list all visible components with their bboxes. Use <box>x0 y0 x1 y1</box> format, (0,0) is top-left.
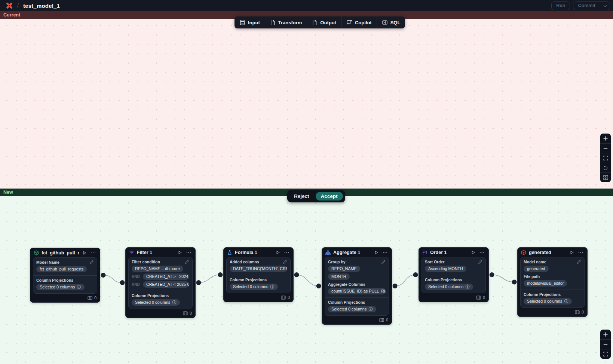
node-title: Aggregate 1 <box>333 250 371 255</box>
info-icon[interactable] <box>77 285 81 289</box>
database-icon <box>239 19 245 25</box>
panel-divider <box>129 291 192 291</box>
play-icon <box>374 250 378 255</box>
toolbar-item-copilot[interactable]: Copilot <box>341 16 377 28</box>
node-footer: 0 <box>126 309 195 318</box>
node-run-button[interactable] <box>569 250 575 255</box>
current-zoom-out-button[interactable] <box>600 143 611 153</box>
edit-button[interactable] <box>283 260 287 264</box>
node-menu-button[interactable] <box>90 252 96 254</box>
row-count: 0 <box>288 295 290 300</box>
node-title: fct_github_pull_requests <box>42 250 79 256</box>
toolbar-item-input[interactable]: Input <box>235 16 265 28</box>
node-order-1[interactable]: Order 1Sort OrderAscending MONTHColumn P… <box>419 247 489 302</box>
accept-button[interactable]: Accept <box>316 192 343 201</box>
node-config-panel: Model namegeneratedFile pathmodels/visua… <box>520 257 585 308</box>
run-button[interactable]: Run <box>551 1 570 10</box>
node-title: Filter 1 <box>137 250 174 255</box>
value-pill: REPO_NAME <box>328 266 360 272</box>
node-menu-button[interactable] <box>382 251 388 254</box>
value-pill: generated <box>524 266 549 272</box>
columns-icon <box>281 296 286 300</box>
toolbar-item-sql[interactable]: SQL <box>377 16 405 28</box>
node-run-button[interactable] <box>177 250 183 255</box>
node-menu-button[interactable] <box>283 251 290 254</box>
reject-button[interactable]: Reject <box>289 192 314 201</box>
columns-icon <box>183 311 188 315</box>
node-config-panel: Added columnsDATE_TRUNC('MONTH', CREATED… <box>226 257 291 293</box>
current-grid-button[interactable] <box>600 172 611 182</box>
info-icon[interactable] <box>172 300 177 305</box>
node-menu-button[interactable] <box>577 251 584 254</box>
fit-view-icon <box>603 352 608 357</box>
edit-button[interactable] <box>478 260 482 264</box>
edit-button[interactable] <box>381 260 386 264</box>
field-label-row: Model Name <box>36 260 94 264</box>
dbt-logo-icon[interactable] <box>5 1 13 10</box>
node-run-button[interactable] <box>373 250 379 255</box>
toolbar-item-label: Output <box>320 20 336 25</box>
ellipsis-icon <box>284 252 289 253</box>
node-title: generated <box>529 250 566 255</box>
cube-icon <box>521 250 526 255</box>
edit-button[interactable] <box>577 260 581 264</box>
node-filter-1[interactable]: Filter 1Filter conditionREPO_NAME = dbt-… <box>125 247 196 318</box>
row-count: 0 <box>94 296 96 300</box>
field-label-row: File path <box>524 274 581 279</box>
node-aggregate-1[interactable]: Aggregate 1Group byREPO_NAMEMONTHAggrega… <box>322 247 392 325</box>
column-projections-pill: Selected 0 columns <box>524 298 572 305</box>
toolbar-item-transform[interactable]: Transform <box>265 16 307 28</box>
commit-button[interactable]: Commit <box>573 2 600 10</box>
edit-button[interactable] <box>89 260 94 264</box>
value-pill: REPO_NAME = dbt-core <box>132 266 183 272</box>
chat-plus-icon <box>346 19 352 25</box>
node-title: Formula 1 <box>235 250 272 255</box>
ellipsis-icon <box>383 252 387 253</box>
column-projections-pill: Selected 0 columns <box>425 284 473 290</box>
toolbar-item-label: Copilot <box>355 20 372 25</box>
field-label: Filter condition <box>132 260 160 264</box>
ellipsis-icon <box>91 252 96 254</box>
play-icon <box>570 250 574 255</box>
edit-button[interactable] <box>185 260 189 264</box>
toolbar-item-output[interactable]: Output <box>307 16 341 28</box>
node-fct_github_pull_requests[interactable]: fct_github_pull_requestsModel Namefct_gi… <box>30 248 100 303</box>
commit-button-group: Commit <box>573 1 610 10</box>
info-icon[interactable] <box>564 299 568 303</box>
panel-divider <box>521 290 584 290</box>
node-run-button[interactable] <box>470 250 476 255</box>
new-zoom-out-button[interactable] <box>600 339 611 349</box>
node-run-button[interactable] <box>82 250 88 256</box>
value-pill: fct_github_pull_requests <box>36 266 87 272</box>
field-row: Selected 0 columns <box>230 284 287 290</box>
node-formula-1[interactable]: Formula 1Added columnsDATE_TRUNC('MONTH'… <box>223 247 294 302</box>
node-generated[interactable]: generatedModel namegeneratedFile pathmod… <box>517 247 588 317</box>
filter-icon <box>129 250 134 255</box>
current-fit-view-button[interactable] <box>600 153 611 163</box>
info-icon[interactable] <box>270 284 275 289</box>
column-projections-pill: Selected 0 columns <box>132 299 180 306</box>
pencil-icon <box>283 260 287 264</box>
current-focus-button[interactable] <box>600 163 611 172</box>
new-zoom-in-button[interactable] <box>600 330 611 339</box>
play-icon <box>276 250 280 255</box>
canvas-current-version[interactable] <box>0 19 613 189</box>
current-zoom-in-button[interactable] <box>600 134 611 143</box>
node-run-button[interactable] <box>275 250 281 255</box>
node-menu-button[interactable] <box>479 251 485 254</box>
commit-dropdown-button[interactable] <box>600 2 610 10</box>
columns-icon <box>575 310 580 314</box>
panel-divider <box>325 297 389 298</box>
info-icon[interactable] <box>465 284 470 289</box>
and-label: AND <box>132 275 141 279</box>
field-label-row: Column Projections <box>425 278 482 282</box>
row-count: 0 <box>582 310 584 314</box>
node-header: fct_github_pull_requests <box>30 248 100 257</box>
new-fit-view-button[interactable] <box>600 349 611 359</box>
field-label-row: Aggregate Columns <box>328 282 386 287</box>
node-menu-button[interactable] <box>186 251 192 254</box>
panel-divider <box>227 275 290 275</box>
focus-icon <box>603 165 608 171</box>
value-pill: MONTH <box>328 273 350 280</box>
info-icon[interactable] <box>368 307 373 311</box>
